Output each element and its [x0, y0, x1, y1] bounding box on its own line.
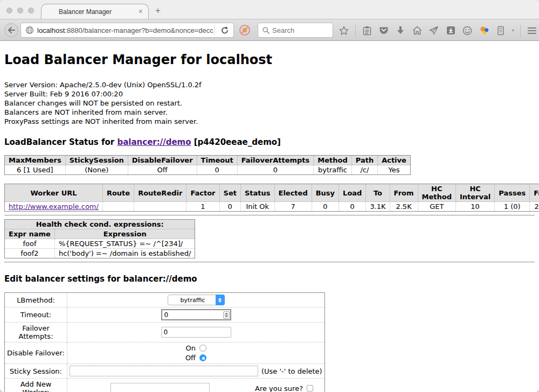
home-icon — [412, 26, 422, 35]
window-zoom-button[interactable] — [28, 8, 34, 13]
downloads-button[interactable] — [395, 24, 406, 37]
failover-attempts-input[interactable] — [161, 327, 231, 338]
url-bar[interactable]: localhost:8880/balancer-manager?b=demo&n… — [20, 23, 234, 38]
column-header: StickySession — [65, 156, 128, 165]
reload-icon — [221, 26, 229, 34]
pocket-button[interactable] — [378, 24, 389, 37]
proxypass-note-line: ProxyPass settings are NOT inherited fro… — [4, 117, 535, 126]
column-header: Elected — [274, 184, 312, 202]
load-cell: 0 — [339, 202, 366, 212]
worker-url-link[interactable]: http://www.example.com/ — [9, 202, 99, 211]
edit-settings-heading: Edit balancer settings for balancer://de… — [4, 274, 535, 284]
navigation-toolbar: localhost:8880/balancer-manager?b=demo&n… — [0, 19, 539, 41]
disable-failover-label: Disable Failover: — [5, 342, 67, 364]
sticky-session-hint: (Use '-' to delete) — [261, 367, 322, 375]
reload-button[interactable] — [216, 26, 233, 34]
timeout-label: Timeout: — [5, 307, 67, 323]
clipboard-icon — [363, 26, 371, 36]
lbmethod-label: LBmethod: — [5, 293, 67, 307]
table-header-row: Expr name Expression — [5, 229, 195, 239]
search-bar[interactable] — [258, 23, 333, 38]
search-icon — [262, 27, 270, 34]
select-stepper-icon — [216, 295, 225, 305]
lbmethod-select[interactable]: bytraffic — [168, 295, 225, 305]
plugin-blocked-button[interactable] — [239, 24, 251, 36]
session-manager-button[interactable] — [495, 24, 506, 37]
status-heading: LoadBalancer Status for balancer://demo … — [4, 137, 535, 147]
disable-failover-off-radio[interactable] — [199, 354, 206, 361]
column-header: HC Interval — [455, 184, 494, 202]
download-square-icon — [446, 26, 455, 35]
are-you-sure-checkbox[interactable] — [307, 385, 313, 391]
url-text[interactable]: localhost:8880/balancer-manager?b=demo&n… — [37, 26, 213, 34]
status-cell: Init Ok — [240, 202, 274, 212]
url-host: localhost — [37, 26, 65, 34]
elected-cell: 7 — [274, 202, 312, 212]
sticky-session-row: Sticky Session: (Use '-' to delete) — [5, 364, 325, 379]
table-title-row: Health check cond. expressions: — [5, 220, 195, 229]
menu-button[interactable] — [527, 24, 537, 37]
timeout-value: 0 — [197, 165, 237, 175]
timeout-input[interactable] — [161, 309, 231, 320]
search-input[interactable] — [272, 26, 323, 34]
fails-cell: 2 (0) — [530, 202, 539, 212]
timeout-row: Timeout: — [5, 307, 325, 323]
max-members-value: 6 [1 Used] — [5, 165, 66, 175]
method-value: bytraffic — [314, 165, 351, 175]
column-header: Expression — [54, 229, 195, 239]
column-header: Method — [314, 156, 351, 165]
sticky-session-input[interactable] — [70, 366, 258, 376]
smiley-icon — [462, 26, 472, 36]
extension-colored-button[interactable] — [479, 24, 489, 37]
worker-url-cell: http://www.example.com/ — [5, 202, 103, 212]
page-content: Load Balancer Manager for localhost Serv… — [0, 41, 539, 392]
number-spinner-icon[interactable] — [223, 311, 230, 319]
balancers-note-line: Balancers are NOT inherited from main se… — [4, 108, 535, 117]
server-built-line: Server Built: Feb 9 2016 07:00:20 — [4, 89, 535, 99]
expr-name-cell: foof2 — [5, 249, 55, 258]
radio-off-label: Off — [185, 354, 196, 362]
add-worker-input[interactable] — [110, 383, 210, 392]
plugin-blocked-icon — [239, 24, 251, 36]
table-row: foof %{REQUEST_STATUS} =~ /^[234]/ — [5, 239, 195, 249]
from-cell: 2.5K — [390, 202, 418, 212]
column-header: Timeout — [197, 156, 237, 165]
column-header: Factor — [186, 184, 219, 202]
send-to-device-button[interactable] — [429, 24, 439, 37]
column-header: HC Method — [418, 184, 455, 202]
toolbar-separator — [520, 25, 521, 37]
window-minimize-button[interactable] — [17, 8, 23, 13]
window-close-button[interactable] — [6, 8, 12, 13]
paper-plane-icon — [429, 26, 439, 35]
toolbar-overflow-caret-icon[interactable]: ▾ — [512, 28, 514, 33]
add-worker-row: Add New Worker: Are you sure? — [5, 379, 325, 392]
divider — [4, 215, 535, 216]
home-button[interactable] — [412, 24, 423, 37]
back-button[interactable] — [4, 23, 18, 37]
tab-balancer-manager[interactable]: Balancer Manager × — [41, 4, 149, 19]
column-header: Set — [219, 184, 240, 202]
new-tab-button[interactable]: + — [155, 5, 161, 16]
tab-close-icon[interactable]: × — [139, 7, 143, 16]
column-header: Busy — [312, 184, 338, 202]
path-value: /c/ — [351, 165, 377, 175]
bookmarks-menu-button[interactable] — [362, 24, 372, 37]
save-page-button[interactable] — [445, 24, 456, 37]
status-heading-suffix: [p4420eeae_demo] — [191, 137, 281, 147]
column-header: Path — [351, 156, 377, 165]
route-cell — [102, 202, 134, 212]
column-header: Fails — [530, 184, 539, 202]
to-cell: 3.1K — [366, 202, 390, 212]
bookmark-star-button[interactable] — [338, 24, 349, 37]
expr-name-cell: foof — [5, 239, 55, 249]
health-table-title: Health check cond. expressions: — [5, 220, 195, 229]
column-header: From — [390, 184, 418, 202]
balancer-demo-link[interactable]: balancer://demo — [117, 137, 191, 147]
feedback-button[interactable] — [462, 24, 473, 37]
column-header: Status — [240, 184, 274, 202]
toolbar-buttons: ▾ — [338, 19, 539, 41]
table-header-row: Worker URL Route RouteRedir Factor Set S… — [5, 184, 539, 202]
battery-icon — [497, 26, 504, 36]
expression-cell: %{REQUEST_STATUS} =~ /^[234]/ — [54, 239, 195, 249]
disable-failover-on-radio[interactable] — [199, 345, 206, 352]
